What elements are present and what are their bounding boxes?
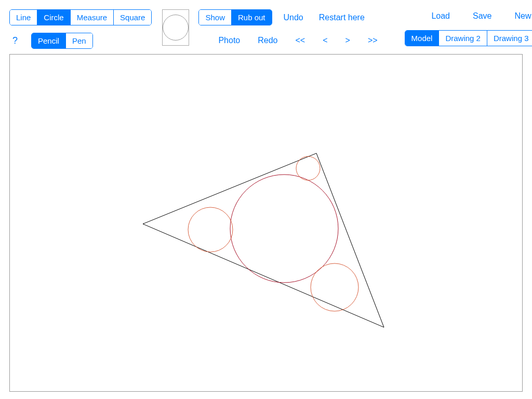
- circles-group: [188, 156, 358, 311]
- measure-tool-button[interactable]: Measure: [71, 10, 114, 25]
- canvas-wrap: [0, 54, 532, 399]
- pen-button[interactable]: Pen: [66, 33, 92, 48]
- drawing3-button[interactable]: Drawing 3: [487, 31, 532, 46]
- file-row: Load Save New: [405, 9, 532, 23]
- mid-row-2: Photo Redo << < > >>: [198, 34, 381, 47]
- drawing2-button[interactable]: Drawing 2: [439, 31, 487, 46]
- nav-arrows: << < > >>: [291, 34, 382, 47]
- model-button[interactable]: Model: [405, 31, 440, 46]
- circle-shape: [311, 263, 358, 311]
- photo-button[interactable]: Photo: [214, 34, 244, 47]
- circle-shape: [296, 156, 320, 180]
- triangle-shape: [143, 153, 384, 327]
- undo-button[interactable]: Undo: [280, 11, 308, 24]
- new-button[interactable]: New: [510, 9, 532, 23]
- load-button[interactable]: Load: [427, 9, 454, 23]
- next-button[interactable]: >: [341, 34, 354, 47]
- canvas[interactable]: [9, 54, 523, 392]
- mid-row-1: Show Rub out Undo Restart here: [198, 9, 381, 25]
- circle-icon: [163, 15, 189, 41]
- tool-group: Line Circle Measure Square: [9, 9, 152, 25]
- view-group: Model Drawing 2 Drawing 3: [405, 30, 532, 46]
- first-button[interactable]: <<: [291, 34, 310, 47]
- line-tool-button[interactable]: Line: [10, 10, 37, 25]
- last-button[interactable]: >>: [364, 34, 382, 47]
- restart-button[interactable]: Restart here: [315, 11, 369, 24]
- save-button[interactable]: Save: [469, 9, 496, 23]
- circle-tool-button[interactable]: Circle: [37, 10, 70, 25]
- pencil-button[interactable]: Pencil: [32, 33, 66, 48]
- show-group: Show Rub out: [198, 9, 272, 25]
- prev-button[interactable]: <: [318, 34, 331, 47]
- redo-button[interactable]: Redo: [254, 34, 282, 47]
- right-column: Load Save New Model Drawing 2 Drawing 3: [405, 9, 532, 46]
- rubout-button[interactable]: Rub out: [232, 10, 272, 25]
- circle-shape: [230, 175, 338, 283]
- help-button[interactable]: ?: [9, 35, 21, 46]
- left-column: Line Circle Measure Square ? Pencil Pen: [9, 9, 152, 49]
- square-tool-button[interactable]: Square: [114, 10, 151, 25]
- show-button[interactable]: Show: [199, 10, 232, 25]
- circle-shape: [188, 207, 233, 252]
- preview-box: [162, 9, 189, 46]
- mid-column: Show Rub out Undo Restart here Photo Red…: [198, 9, 381, 47]
- toolbar: Line Circle Measure Square ? Pencil Pen …: [0, 0, 532, 54]
- left-row-2: ? Pencil Pen: [9, 33, 152, 49]
- view-row: Model Drawing 2 Drawing 3: [405, 30, 532, 46]
- drawing-svg: [10, 55, 523, 392]
- style-group: Pencil Pen: [31, 33, 93, 49]
